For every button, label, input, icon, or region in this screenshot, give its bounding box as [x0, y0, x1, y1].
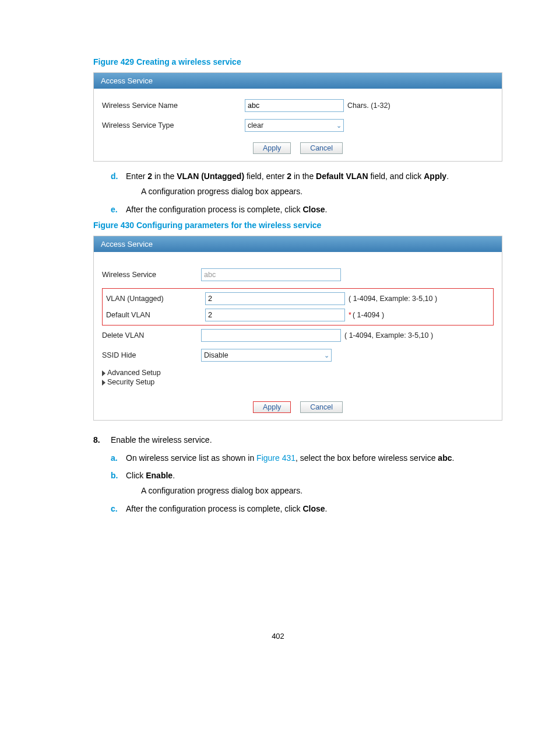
- step-e: e. After the configuration process is co…: [111, 203, 504, 216]
- vlan-untagged-hint: ( 1-4094, Example: 3-5,10 ): [349, 295, 437, 303]
- default-vlan-hint: *( 1-4094 ): [349, 311, 384, 319]
- page-number: 402: [52, 632, 504, 640]
- step-marker: b.: [111, 469, 126, 498]
- wireless-service-label: Wireless Service: [102, 271, 201, 279]
- step-marker: c.: [111, 502, 126, 515]
- step-c: c. After the configuration process is co…: [111, 502, 504, 515]
- highlighted-fields: VLAN (Untagged) ( 1-4094, Example: 3-5,1…: [102, 288, 494, 326]
- triangle-right-icon: [102, 370, 105, 376]
- figure-429-panel: Access Service Wireless Service Name Cha…: [93, 72, 502, 162]
- apply-button[interactable]: Apply: [253, 401, 291, 413]
- step-marker: e.: [111, 203, 126, 216]
- panel-header: Access Service: [94, 236, 502, 252]
- cancel-button[interactable]: Cancel: [300, 401, 343, 413]
- step-number: 8.: [93, 433, 111, 446]
- default-vlan-label: Default VLAN: [106, 311, 205, 319]
- step-8: 8. Enable the wireless service.: [93, 433, 504, 446]
- step-marker: a.: [111, 452, 126, 464]
- default-vlan-input[interactable]: [205, 309, 345, 321]
- triangle-right-icon: [102, 380, 105, 386]
- figure-429-caption: Figure 429 Creating a wireless service: [52, 57, 504, 66]
- name-hint: Chars. (1-32): [347, 102, 390, 110]
- ssid-hide-label: SSID Hide: [102, 351, 201, 359]
- step-8-text: Enable the wireless service.: [111, 433, 212, 446]
- wireless-service-name-label: Wireless Service Name: [102, 102, 245, 110]
- step-b-note: A configuration progress dialog box appe…: [126, 484, 504, 497]
- wireless-service-type-select[interactable]: clear ⌄: [245, 119, 344, 132]
- panel-header: Access Service: [94, 73, 502, 89]
- chevron-down-icon: ⌄: [334, 122, 343, 130]
- security-setup-link[interactable]: Security Setup: [102, 378, 494, 386]
- select-value: clear: [245, 121, 334, 130]
- chevron-down-icon: ⌄: [322, 352, 331, 359]
- figure-430-panel: Access Service Wireless Service VLAN (Un…: [93, 236, 502, 421]
- step-b: b. Click Enable. A configuration progres…: [111, 469, 504, 498]
- step-a: a. On wireless service list as shown in …: [111, 452, 504, 464]
- advanced-setup-link[interactable]: Advanced Setup: [102, 369, 494, 377]
- cancel-button[interactable]: Cancel: [300, 142, 343, 154]
- delete-vlan-input[interactable]: [201, 329, 341, 342]
- ssid-hide-select[interactable]: Disable ⌄: [201, 349, 332, 362]
- wireless-service-name-input[interactable]: [245, 99, 344, 112]
- select-value: Disable: [202, 351, 322, 359]
- step-marker: d.: [111, 170, 126, 198]
- vlan-untagged-input[interactable]: [205, 292, 345, 305]
- vlan-untagged-label: VLAN (Untagged): [106, 295, 205, 303]
- apply-button[interactable]: Apply: [253, 142, 291, 154]
- figure-431-link[interactable]: Figure 431: [256, 453, 295, 463]
- delete-vlan-hint: ( 1-4094, Example: 3-5,10 ): [344, 331, 433, 340]
- step-d: d. Enter 2 in the VLAN (Untagged) field,…: [111, 170, 504, 198]
- delete-vlan-label: Delete VLAN: [102, 331, 201, 340]
- figure-430-caption: Figure 430 Configuring parameters for th…: [52, 220, 504, 230]
- step-d-note: A configuration progress dialog box appe…: [126, 185, 504, 198]
- wireless-service-type-label: Wireless Service Type: [102, 121, 245, 130]
- wireless-service-input: [201, 268, 341, 281]
